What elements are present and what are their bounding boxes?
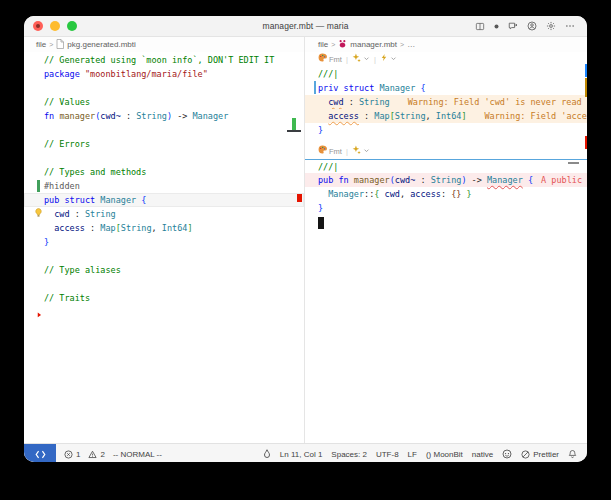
code-token: fn	[338, 175, 348, 185]
statusbar-item-label: UTF-8	[376, 450, 399, 459]
code-token: pub	[44, 195, 59, 205]
code-line[interactable]: }	[24, 235, 304, 249]
code-token: manager	[354, 175, 390, 185]
codelens-row[interactable]: Fmt|	[305, 145, 587, 159]
code-line[interactable]: // Traits	[24, 291, 304, 305]
code-line[interactable]: }	[305, 123, 587, 137]
code-line[interactable]: ///|	[305, 159, 587, 173]
build-target[interactable]: native	[472, 450, 493, 459]
code-line[interactable]: pub fn manager(cwd~ : String) -> Manager…	[305, 173, 587, 187]
code-line[interactable]	[24, 81, 304, 95]
vim-mode[interactable]: -- NORMAL --	[113, 450, 162, 459]
code-line[interactable]: package "moonbitlang/maria/file"	[24, 67, 304, 81]
code-token: Map	[374, 111, 389, 121]
editor-right[interactable]: Fmt||///|priv struct Manager { cwd : Str…	[305, 52, 587, 443]
zoom-button[interactable]	[67, 21, 77, 31]
account-icon[interactable]	[527, 21, 537, 31]
code-token: Manager	[487, 175, 523, 185]
breadcrumb-symbol-tail[interactable]: …	[407, 40, 415, 49]
code-line[interactable]	[305, 137, 587, 145]
code-line[interactable]: Manager::{ cwd, access: {} }	[305, 187, 587, 201]
code-line[interactable]: }	[305, 201, 587, 215]
flame-indicator[interactable]	[263, 449, 271, 459]
code-line[interactable]: priv struct Manager {	[305, 81, 587, 95]
error-icon	[64, 450, 73, 459]
codelens-action[interactable]	[352, 145, 370, 159]
breadcrumb-file[interactable]: manager.mbt	[350, 40, 397, 49]
code-token: access	[410, 189, 441, 199]
codelens-action[interactable]	[352, 53, 370, 67]
code-line[interactable]: pub struct Manager {	[24, 193, 304, 207]
settings-gear-icon[interactable]	[546, 21, 556, 31]
formatter-status[interactable]: Prettier	[521, 450, 559, 459]
code-token	[318, 189, 328, 199]
code-line[interactable]: cwd : String	[24, 207, 304, 221]
remote-indicator[interactable]	[24, 444, 56, 462]
codelens-row[interactable]: Fmt||	[305, 53, 587, 67]
code-token: String	[395, 111, 426, 121]
code-line[interactable]: access : Map[String, Int64]	[24, 221, 304, 235]
code-line[interactable]: // Type aliases	[24, 263, 304, 277]
code-line[interactable]: ///|	[305, 67, 587, 81]
unsaved-dot-icon[interactable]	[494, 24, 499, 29]
codelens-action[interactable]	[380, 53, 397, 67]
breadcrumb-root[interactable]: file	[318, 40, 328, 49]
code-token: ///|	[318, 69, 338, 79]
statusbar-item-label: Ln 11, Col 1	[280, 450, 323, 459]
text-cursor	[318, 217, 324, 229]
bolt-icon	[380, 53, 388, 67]
problems-errors[interactable]: 1	[64, 450, 80, 459]
breadcrumb-root[interactable]: file	[36, 40, 46, 49]
indentation[interactable]: Spaces: 2	[331, 450, 367, 459]
vscode-window: manager.mbt — maria file > pkg.generated…	[24, 16, 587, 462]
code-token	[44, 223, 54, 233]
code-token: // Traits	[44, 293, 90, 303]
code-line[interactable]: // Errors	[24, 137, 304, 151]
code-token: // Errors	[44, 139, 90, 149]
breadcrumb-file[interactable]: pkg.generated.mbti	[67, 40, 136, 49]
code-line[interactable]: cwd : StringWarning: Field 'cwd' is neve…	[305, 95, 587, 109]
code-line[interactable]	[24, 277, 304, 291]
copilot-status[interactable]	[502, 449, 512, 459]
lightbulb-icon[interactable]	[34, 208, 43, 222]
code-line[interactable]	[24, 123, 304, 137]
code-token: {	[141, 195, 146, 205]
breadcrumb-right: file > manager.mbt > …	[305, 39, 415, 50]
statusbar-item-label: 2	[100, 450, 104, 459]
codelens-action[interactable]: Fmt	[318, 53, 342, 67]
code-token: struct	[344, 83, 375, 93]
code-line[interactable]	[305, 215, 587, 229]
chat-icon[interactable]	[508, 21, 518, 31]
close-button[interactable]	[33, 21, 43, 31]
notifications-bell[interactable]	[568, 449, 577, 459]
codelens-separator: |	[346, 145, 348, 159]
language-mode[interactable]: () MoonBit	[426, 450, 463, 459]
code-line[interactable]: // Types and methods	[24, 165, 304, 179]
cursor-position[interactable]: Ln 11, Col 1	[280, 450, 323, 459]
encoding[interactable]: UTF-8	[376, 450, 399, 459]
code-token: cwd	[385, 189, 400, 199]
editor-left[interactable]: // Generated using `moon info`, DON'T ED…	[24, 52, 304, 443]
sparkle-icon	[352, 53, 361, 67]
split-editor-icon[interactable]	[475, 22, 485, 31]
code-token: :	[415, 175, 430, 185]
code-line[interactable]	[24, 151, 304, 165]
problems-warnings[interactable]: 2	[88, 450, 104, 459]
minimize-button[interactable]	[50, 21, 60, 31]
code-line[interactable]: access : Map[String, Int64]Warning: Fiel…	[305, 109, 587, 123]
code-line[interactable]	[24, 305, 304, 319]
code-token: access	[54, 223, 85, 233]
code-line[interactable]: // Values	[24, 95, 304, 109]
code-line[interactable]	[24, 249, 304, 263]
code-line[interactable]: fn manager(cwd~ : String) -> Manager	[24, 109, 304, 123]
code-token	[44, 209, 54, 219]
codelens-action[interactable]: Fmt	[318, 145, 342, 159]
eol-indicator[interactable]: LF	[408, 450, 417, 459]
more-actions-icon[interactable]	[565, 24, 575, 28]
code-line[interactable]: // Generated using `moon info`, DON'T ED…	[24, 53, 304, 67]
code-token: ]	[461, 111, 466, 121]
code-line[interactable]: #hidden	[24, 179, 304, 193]
code-token: pub	[318, 175, 333, 185]
code-token: {	[528, 175, 533, 185]
copilot-icon	[502, 449, 512, 459]
